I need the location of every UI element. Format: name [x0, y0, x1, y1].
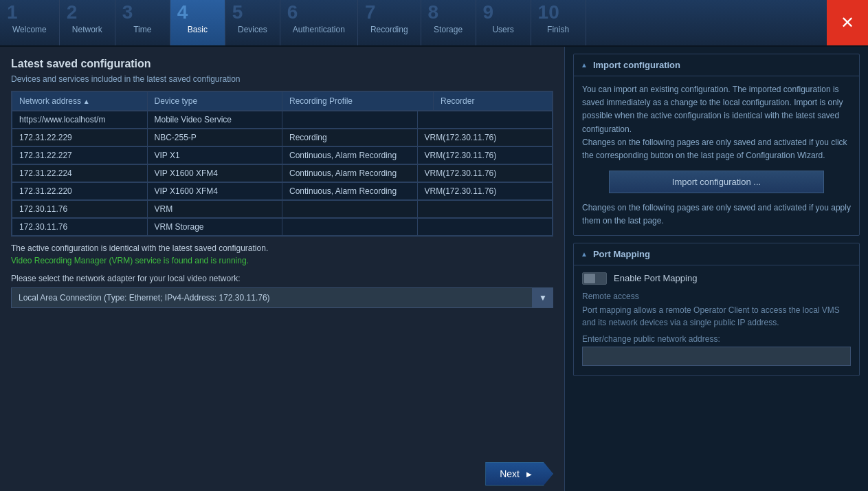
remote-access-label: Remote access: [582, 292, 851, 301]
col-recorder: Recorder: [434, 92, 553, 111]
step-label-2: Network: [72, 25, 102, 34]
step-number-5: 5: [232, 3, 243, 22]
cell-device: VRM: [147, 201, 282, 218]
enable-port-mapping-label: Enable Port Mapping: [614, 273, 697, 283]
import-collapse-icon: ▲: [581, 61, 588, 69]
port-mapping-header[interactable]: ▲ Port Mapping: [574, 243, 859, 265]
port-mapping-title: Port Mapping: [593, 249, 650, 259]
table-body: https://www.localhost/mMobile Video Serv…: [12, 111, 553, 236]
table-row: 172.30.11.76VRM: [12, 200, 553, 218]
step-label-5: Devices: [238, 25, 267, 34]
step-number-8: 8: [428, 3, 439, 22]
right-panel: ▲ Import configuration You can import an…: [564, 47, 868, 491]
step-number-4: 4: [177, 3, 188, 22]
cell-network: 172.30.11.76: [12, 219, 148, 236]
vrm-status: Video Recording Manager (VRM) service is…: [11, 256, 553, 265]
nav-step-9[interactable]: 9 Users: [476, 0, 531, 45]
step-label-1: Welcome: [12, 25, 47, 34]
import-config-header[interactable]: ▲ Import configuration: [574, 54, 859, 76]
cell-device: VIP X1600 XFM4: [147, 165, 282, 182]
nav-step-6[interactable]: 6 Authentication: [280, 0, 358, 45]
cell-device: VRM Storage: [147, 219, 282, 236]
cell-network: 172.31.22.224: [12, 165, 148, 182]
nav-step-10[interactable]: 10 Finish: [531, 0, 586, 45]
table-row: https://www.localhost/mMobile Video Serv…: [12, 111, 553, 129]
step-label-7: Recording: [370, 25, 408, 34]
cell-network: 172.31.22.229: [12, 129, 148, 146]
cell-profile: [282, 201, 418, 218]
nav-step-4[interactable]: 4 Basic: [170, 0, 225, 45]
cell-recorder: VRM(172.30.11.76): [417, 183, 553, 200]
cell-profile: Continuous, Alarm Recording: [282, 147, 418, 164]
table-row: 172.31.22.227VIP X1Continuous, Alarm Rec…: [12, 146, 553, 164]
step-label-6: Authentication: [293, 25, 345, 34]
import-config-body: You can import an existing configuration…: [574, 76, 859, 235]
table-row: 172.31.22.229NBC-255-PRecordingVRM(172.3…: [12, 129, 553, 146]
top-navigation: 1 Welcome 2 Network 3 Time 4 Basic 5 Dev…: [0, 0, 868, 47]
port-mapping-section: ▲ Port Mapping Enable Port Mapping Remot…: [573, 243, 860, 376]
cell-recorder: VRM(172.30.11.76): [417, 165, 553, 182]
import-config-footer: Changes on the following pages are only …: [582, 201, 851, 228]
col-recording-profile: Recording Profile: [282, 92, 434, 111]
nav-step-1[interactable]: 1 Welcome: [0, 0, 60, 45]
cell-device: VIP X1600 XFM4: [147, 183, 282, 200]
cell-device: Mobile Video Service: [147, 111, 282, 129]
step-number-7: 7: [365, 3, 376, 22]
nav-step-8[interactable]: 8 Storage: [421, 0, 476, 45]
step-label-9: Users: [492, 25, 513, 34]
step-number-3: 3: [122, 3, 133, 22]
nav-step-3[interactable]: 3 Time: [115, 0, 170, 45]
cell-recorder: VRM(172.30.11.76): [417, 129, 553, 146]
step-label-8: Storage: [434, 25, 463, 34]
cell-network: https://www.localhost/m: [12, 111, 148, 129]
public-address-input[interactable]: [582, 347, 851, 366]
cell-network: 172.30.11.76: [12, 201, 148, 218]
step-number-9: 9: [483, 3, 494, 22]
cell-recorder: VRM(172.30.11.76): [417, 147, 553, 164]
step-number-2: 2: [67, 3, 78, 22]
cell-profile: [282, 111, 418, 129]
page-subtitle: Devices and services included in the lat…: [11, 74, 553, 84]
port-mapping-collapse-icon: ▲: [581, 250, 588, 258]
network-adapter-input[interactable]: [11, 287, 533, 308]
nav-step-5[interactable]: 5 Devices: [225, 0, 280, 45]
config-table: Network address Device type Recording Pr…: [11, 91, 553, 237]
dropdown-arrow-button[interactable]: ▼: [533, 287, 553, 308]
step-number-1: 1: [7, 3, 18, 22]
step-number-10: 10: [538, 3, 559, 22]
table-row: 172.30.11.76VRM Storage: [12, 218, 553, 236]
nav-step-2[interactable]: 2 Network: [60, 0, 115, 45]
col-device-type: Device type: [147, 92, 282, 111]
cell-network: 172.31.22.227: [12, 147, 148, 164]
import-config-section: ▲ Import configuration You can import an…: [573, 54, 860, 236]
page-title: Latest saved configuration: [11, 58, 553, 70]
cell-profile: Continuous, Alarm Recording: [282, 183, 418, 200]
col-network-address: Network address: [12, 92, 148, 111]
step-number-6: 6: [287, 3, 298, 22]
cell-profile: Recording: [282, 129, 418, 146]
table-header: Network address Device type Recording Pr…: [12, 91, 553, 111]
public-address-label: Enter/change public network address:: [582, 334, 851, 344]
cell-recorder: [417, 111, 553, 129]
table-row: 172.31.22.220VIP X1600 XFM4Continuous, A…: [12, 182, 553, 200]
cell-profile: Continuous, Alarm Recording: [282, 165, 418, 182]
close-button[interactable]: ✕: [827, 0, 868, 45]
port-mapping-toggle[interactable]: [582, 272, 607, 285]
step-label-3: Time: [133, 25, 151, 34]
left-panel: Latest saved configuration Devices and s…: [0, 47, 564, 491]
cell-device: NBC-255-P: [147, 129, 282, 146]
port-mapping-desc: Port mapping allows a remote Operator Cl…: [582, 304, 851, 329]
enable-port-mapping-row: Enable Port Mapping: [582, 272, 851, 285]
cell-recorder: [417, 219, 553, 236]
table-row: 172.31.22.224VIP X1600 XFM4Continuous, A…: [12, 164, 553, 182]
next-button[interactable]: Next: [485, 462, 553, 485]
cell-recorder: [417, 201, 553, 218]
step-label-4: Basic: [188, 25, 208, 34]
main-content: Latest saved configuration Devices and s…: [0, 47, 868, 491]
import-config-text: You can import an existing configuration…: [582, 83, 851, 162]
import-config-button[interactable]: Import configuration ...: [609, 171, 824, 193]
bottom-bar: Next: [11, 457, 553, 485]
cell-network: 172.31.22.220: [12, 183, 148, 200]
step-label-10: Finish: [547, 25, 569, 34]
nav-step-7[interactable]: 7 Recording: [358, 0, 421, 45]
